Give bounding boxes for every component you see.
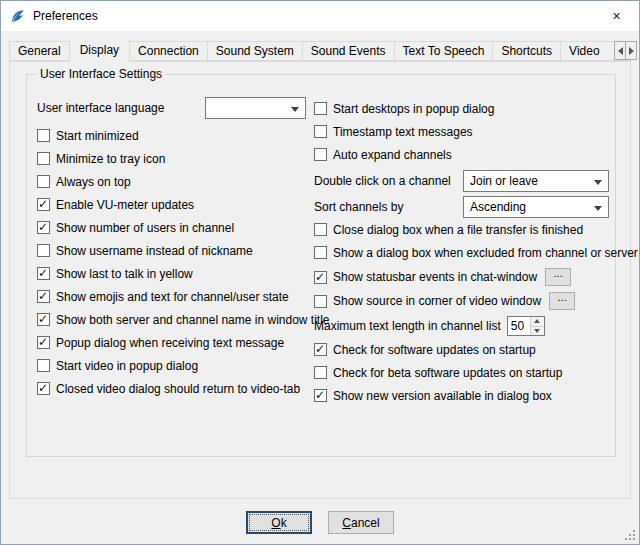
checkbox-always-on-top[interactable]: Always on top — [37, 174, 317, 189]
max-text-length-row: Maximum text length in channel list 50 — [314, 316, 616, 336]
checkbox-box — [314, 148, 327, 161]
checkbox-label: Show last to talk in yellow — [56, 267, 193, 281]
spinner-down-button[interactable] — [531, 327, 544, 336]
checkbox-video-source-corner[interactable]: Show source in corner of video window — [314, 294, 541, 309]
checkbox-closed-video-return-tab[interactable]: Closed video dialog should return to vid… — [37, 381, 317, 396]
display-tab-page: User Interface Settings User interface l… — [9, 61, 631, 499]
arrow-up-icon — [534, 319, 540, 323]
checkbox-label: Check for beta software updates on start… — [333, 366, 562, 380]
checkbox-label: Popup dialog when receiving text message — [56, 336, 284, 350]
checkbox-label: Close dialog box when a file transfer is… — [333, 223, 583, 237]
video-source-options-button[interactable]: ... — [549, 292, 575, 310]
checkbox-box — [314, 295, 327, 308]
checkbox-box — [314, 246, 327, 259]
checkbox-box — [314, 343, 327, 356]
checkbox-label: Show a dialog box when excluded from cha… — [333, 246, 638, 260]
video-source-row: Show source in corner of video window ..… — [314, 292, 616, 310]
arrow-down-icon — [534, 329, 540, 333]
checkbox-label: Closed video dialog should return to vid… — [56, 382, 300, 396]
checkbox-check-updates-startup[interactable]: Check for software updates on startup — [314, 342, 616, 357]
sort-channels-label: Sort channels by — [314, 200, 463, 214]
max-text-length-spinner[interactable]: 50 — [507, 316, 545, 336]
checkbox-label: Timestamp text messages — [333, 125, 473, 139]
checkbox-start-minimized[interactable]: Start minimized — [37, 128, 317, 143]
language-label: User interface language — [37, 101, 164, 115]
checkbox-box — [314, 389, 327, 402]
checkbox-label: Enable VU-meter updates — [56, 198, 194, 212]
checkbox-box — [37, 244, 50, 257]
checkbox-popup-on-text-message[interactable]: Popup dialog when receiving text message — [37, 335, 317, 350]
tab-sound-system[interactable]: Sound System — [207, 41, 303, 61]
checkbox-new-version-dialog[interactable]: Show new version available in dialog box — [314, 388, 616, 403]
left-column: User interface language Start minimized … — [37, 97, 317, 404]
checkbox-vu-meter-updates[interactable]: Enable VU-meter updates — [37, 197, 317, 212]
checkbox-label: Minimize to tray icon — [56, 152, 165, 166]
checkbox-check-beta-updates[interactable]: Check for beta software updates on start… — [314, 365, 616, 380]
sort-channels-combobox[interactable]: Ascending — [463, 196, 609, 218]
titlebar[interactable]: Preferences × — [1, 1, 639, 31]
checkbox-label: Start minimized — [56, 129, 139, 143]
close-button[interactable]: × — [594, 1, 639, 31]
checkbox-box — [37, 152, 50, 165]
tab-display[interactable]: Display — [69, 40, 130, 62]
language-row: User interface language — [37, 97, 317, 119]
checkbox-emojis-text-state[interactable]: Show emojis and text for channel/user st… — [37, 289, 317, 304]
checkbox-box — [37, 382, 50, 395]
tab-scroll-right-button[interactable] — [625, 41, 637, 60]
tab-sound-events[interactable]: Sound Events — [302, 41, 395, 61]
tab-general[interactable]: General — [9, 41, 70, 61]
checkbox-box — [37, 336, 50, 349]
checkbox-desktops-popup[interactable]: Start desktops in popup dialog — [314, 101, 616, 116]
tab-bar: General Display Connection Sound System … — [9, 40, 631, 62]
tab-text-to-speech[interactable]: Text To Speech — [394, 41, 494, 61]
max-text-length-value[interactable]: 50 — [508, 317, 530, 335]
statusbar-events-options-button[interactable]: ... — [545, 268, 571, 286]
checkbox-label: Show both server and channel name in win… — [56, 313, 330, 327]
resize-grip[interactable] — [624, 529, 636, 541]
checkbox-label: Start desktops in popup dialog — [333, 102, 494, 116]
statusbar-events-row: Show statusbar events in chat-window ... — [314, 268, 616, 286]
checkbox-box — [37, 198, 50, 211]
tab-shortcuts[interactable]: Shortcuts — [492, 41, 561, 61]
spinner-up-button[interactable] — [531, 317, 544, 327]
checkbox-box — [314, 125, 327, 138]
checkbox-box — [37, 175, 50, 188]
ok-button[interactable]: Ok — [246, 511, 312, 534]
arrow-right-icon — [629, 47, 634, 55]
checkbox-timestamp-messages[interactable]: Timestamp text messages — [314, 124, 616, 139]
checkbox-box — [37, 290, 50, 303]
ok-button-label: Ok — [271, 516, 286, 530]
double-click-value: Join or leave — [470, 174, 538, 188]
checkbox-auto-expand-channels[interactable]: Auto expand channels — [314, 147, 616, 162]
user-interface-settings-group: User Interface Settings User interface l… — [26, 74, 616, 457]
group-title: User Interface Settings — [36, 67, 166, 81]
checkbox-box — [37, 267, 50, 280]
tab-connection[interactable]: Connection — [129, 41, 208, 61]
checkbox-box — [37, 313, 50, 326]
double-click-combobox[interactable]: Join or leave — [463, 170, 609, 192]
language-combobox[interactable] — [205, 97, 306, 119]
sort-channels-row: Sort channels by Ascending — [314, 196, 616, 218]
checkbox-label: Show username instead of nickname — [56, 244, 253, 258]
checkbox-close-on-transfer-finished[interactable]: Close dialog box when a file transfer is… — [314, 222, 616, 237]
checkbox-box — [314, 271, 327, 284]
checkbox-username-instead-nickname[interactable]: Show username instead of nickname — [37, 243, 317, 258]
checkbox-box — [37, 129, 50, 142]
checkbox-box — [314, 223, 327, 236]
checkbox-label: Show number of users in channel — [56, 221, 234, 235]
checkbox-statusbar-events[interactable]: Show statusbar events in chat-window — [314, 270, 537, 285]
cancel-button[interactable]: Cancel — [328, 511, 394, 534]
checkbox-box — [314, 102, 327, 115]
checkbox-label: Show statusbar events in chat-window — [333, 270, 537, 284]
preferences-dialog: Preferences × General Display Connection… — [0, 0, 640, 545]
checkbox-server-channel-in-title[interactable]: Show both server and channel name in win… — [37, 312, 317, 327]
checkbox-video-popup-dialog[interactable]: Start video in popup dialog — [37, 358, 317, 373]
checkbox-last-to-talk-yellow[interactable]: Show last to talk in yellow — [37, 266, 317, 281]
checkbox-label: Auto expand channels — [333, 148, 452, 162]
checkbox-dialog-when-excluded[interactable]: Show a dialog box when excluded from cha… — [314, 245, 616, 260]
tab-scroll-control — [615, 41, 637, 60]
checkbox-show-user-count[interactable]: Show number of users in channel — [37, 220, 317, 235]
checkbox-label: Check for software updates on startup — [333, 343, 536, 357]
checkbox-minimize-to-tray[interactable]: Minimize to tray icon — [37, 151, 317, 166]
spinner-arrows — [530, 317, 544, 335]
